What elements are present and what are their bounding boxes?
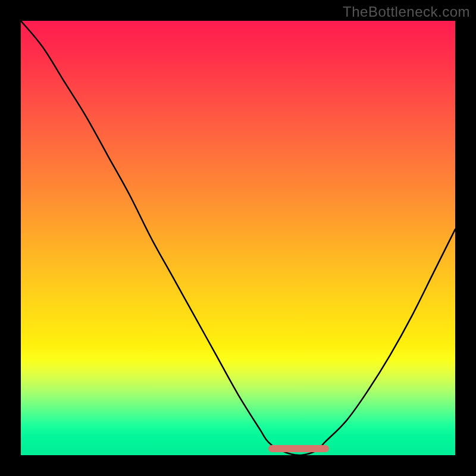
plot-area bbox=[21, 21, 455, 455]
chart-frame: TheBottleneck.com bbox=[0, 0, 476, 476]
bottleneck-curve-path bbox=[21, 21, 455, 455]
optimal-band-marker bbox=[268, 445, 329, 452]
watermark-text: TheBottleneck.com bbox=[343, 4, 470, 20]
curve-svg bbox=[21, 21, 455, 455]
